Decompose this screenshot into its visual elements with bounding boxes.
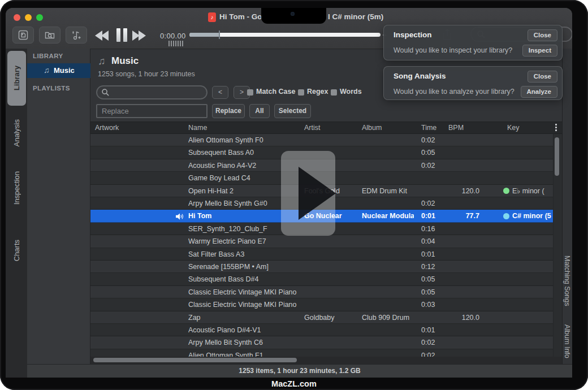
cell-time: 0:02 [421,134,442,146]
close-window-button[interactable] [14,14,20,21]
replace-input[interactable] [96,104,207,118]
horizontal-scrollbar[interactable] [90,357,562,364]
horizontal-scrollbar-thumb[interactable] [93,358,297,362]
library-music-icon: ♫ [98,55,106,67]
cell-bpm: 120.0 [436,185,479,197]
tab-charts[interactable]: Charts [6,236,27,265]
table-header: Artwork Name Artist Album Time BPM Key [90,122,562,134]
column-time[interactable]: Time [421,124,436,132]
replace-selected-button[interactable]: Selected [274,104,311,118]
song-analysis-message: Would you like to analyze your library? [394,88,514,96]
cell-name: Warmy Electric Piano E7 [188,235,301,248]
cell-key: E♭ minor ( [503,185,557,197]
tab-analysis[interactable]: Analysis [6,116,27,150]
find-previous-button[interactable]: < [212,86,228,99]
inspection-panel: Inspection Close Would you like to inspe… [383,25,563,60]
right-tab-strip [562,49,572,364]
seek-bar-marker[interactable] [219,31,220,39]
cell-time: 0:02 [421,159,442,172]
sidebar-playlists-header: PLAYLISTS [33,85,70,92]
regex-checkbox[interactable] [298,89,304,96]
pause-button[interactable] [116,28,127,42]
cell-name: Sat Filter Bass A3 [188,248,301,261]
column-artist[interactable]: Artist [304,124,320,132]
column-options-icon[interactable] [555,124,557,132]
column-bpm[interactable]: BPM [448,124,464,132]
window-title-right: l C# minor (5m) [328,12,383,21]
cell-name: Subsequent Bass D#4 [188,273,301,285]
search-icon [101,88,110,97]
cell-name: Serenade [155BPM • Am] [188,261,301,273]
song-analysis-panel-title: Song Analysis [394,72,446,80]
add-song-button[interactable] [66,27,87,44]
cell-time: 0:16 [421,223,442,235]
cell-name: Classic Electric Vintage MKI Piano [188,286,301,298]
table-row[interactable]: Serenade [155BPM • Am]0:12 [90,261,560,273]
cell-time: 0:02 [421,197,442,210]
minimize-window-button[interactable] [25,14,32,21]
tab-album-info[interactable]: Album Info [562,318,572,365]
cell-time: 0:03 [421,298,442,311]
analyze-button[interactable]: Analyze [521,86,557,98]
search-input[interactable] [96,85,207,99]
playback-time: 0:00.00 [160,32,185,40]
key-color-dot [503,188,509,194]
vertical-scrollbar-thumb[interactable] [555,137,559,176]
table-row[interactable]: Acoustic Piano D#4-V10:01 [90,324,560,336]
table-row[interactable]: Alien Ottoman Synth F10:02 [90,349,560,357]
inspect-button[interactable]: Inspect [522,45,557,57]
column-album[interactable]: Album [362,124,382,132]
cell-artist: Goldbaby [304,311,360,324]
play-icon [299,167,336,220]
document-window-icon [18,29,29,41]
video-play-overlay[interactable] [281,151,335,236]
column-artwork[interactable]: Artwork [95,124,119,132]
cell-time: 0:05 [421,146,442,159]
words-label: Words [340,88,362,96]
table-row[interactable]: Alien Ottoman Synth F00:02 [90,134,560,146]
table-row[interactable]: Classic Electric Vintage MKI Piano0:05 [90,286,560,298]
folder-search-button[interactable] [39,27,60,44]
cell-time: 0:05 [421,273,442,285]
page-title: Music [111,55,139,67]
table-row[interactable]: Classic Electric Vintage MKI Piano0:03 [90,298,560,311]
zoom-window-button[interactable] [36,14,43,21]
tab-inspection[interactable]: Inspection [6,167,27,210]
sidebar: LIBRARY ♫ Music PLAYLISTS [27,49,90,364]
table-row[interactable]: ZapGoldbabyClub 909 Drum120.0 [90,311,560,324]
replace-all-button[interactable]: All [249,104,270,118]
cell-name: Arpy Mello Bit Synth C6 [188,336,301,349]
regex-label: Regex [307,88,328,96]
watermark: MacZL.com [0,379,588,388]
seek-bar[interactable] [189,33,381,37]
table-row[interactable]: Warmy Electric Piano E70:04 [90,235,560,248]
cell-album: Club 909 Drum [362,311,414,324]
table-row[interactable]: Subsequent Bass D#40:05 [90,273,560,285]
camera-notch [261,8,326,24]
status-bar: 1253 items, 1 hour 23 minutes, 1.2 GB [27,364,572,378]
cell-time: 0:02 [421,349,442,357]
table-row[interactable]: Sat Filter Bass A30:01 [90,248,560,261]
column-key[interactable]: Key [507,124,520,132]
match-case-checkbox[interactable] [247,89,253,96]
rewind-button[interactable] [95,31,109,41]
document-window-button[interactable] [12,27,34,44]
cell-time: 0:01 [421,248,442,261]
replace-button[interactable]: Replace [212,104,245,118]
words-checkbox[interactable] [331,89,337,96]
fast-forward-button[interactable] [132,31,146,41]
cell-name: Alien Ottoman Synth F1 [188,349,301,357]
vertical-scrollbar[interactable] [553,134,560,357]
sidebar-item-music[interactable]: ♫ Music [27,63,90,78]
column-name[interactable]: Name [188,124,207,132]
tab-matching-songs[interactable]: Matching Songs [562,246,572,315]
inspection-close-button[interactable]: Close [528,29,557,41]
song-analysis-close-button[interactable]: Close [528,71,557,83]
inspection-panel-title: Inspection [394,31,432,39]
camera-dot [291,12,295,16]
sidebar-library-header: LIBRARY [33,53,63,59]
cell-bpm: 120.0 [436,311,479,324]
cell-name: Zap [188,311,301,324]
table-row[interactable]: Arpy Mello Bit Synth C60:02 [90,336,560,349]
tab-library[interactable]: Library [7,51,26,106]
